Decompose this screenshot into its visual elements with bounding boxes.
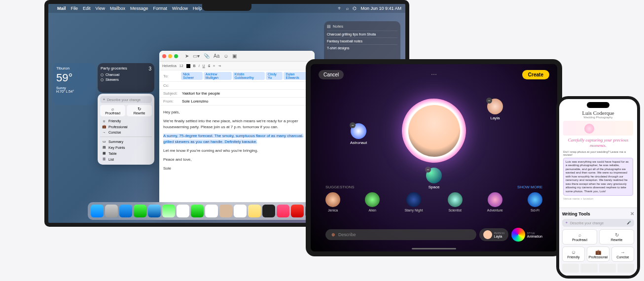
review-textarea[interactable]: Luis was everything we could have hoped … [563, 158, 633, 196]
concise-button[interactable]: →Concise [611, 246, 634, 262]
recipient-pill[interactable]: Cindy Yu [266, 72, 283, 80]
reminder-item[interactable]: Charcoal [101, 73, 151, 76]
summary-option[interactable]: ▭Summary [100, 139, 152, 144]
photo-icon[interactable]: ▣ [232, 53, 237, 59]
underline-button[interactable]: U [203, 64, 205, 68]
reminders-widget[interactable]: Party groceries 3 Charcoal Skewers [98, 63, 154, 93]
attach-icon[interactable]: 📎 [204, 53, 210, 59]
remove-icon[interactable]: − [486, 98, 492, 104]
control-center-icon[interactable]: ⌬ [353, 6, 357, 11]
concise-option[interactable]: →Concise [100, 130, 152, 135]
describe-input[interactable]: ✦Describe your change [100, 96, 152, 103]
minimize-button[interactable] [168, 54, 172, 58]
reminder-item[interactable]: Skewers [101, 78, 151, 81]
menu-edit[interactable]: Edit [83, 6, 91, 11]
show-more-button[interactable]: SHOW MORE [517, 185, 542, 189]
remove-icon[interactable]: − [350, 122, 356, 128]
launchpad-icon[interactable] [105, 205, 118, 217]
list-option[interactable]: ☰List [100, 156, 152, 162]
suggestion-scientist[interactable]: Scientist [448, 192, 463, 212]
plus-icon[interactable]: ⊕ [331, 232, 335, 237]
align-button[interactable]: ≡ [213, 64, 215, 68]
tv-icon[interactable] [262, 205, 275, 217]
proofread-button[interactable]: ⌕Proofread [562, 229, 597, 245]
app-name[interactable]: Mail [57, 6, 66, 11]
music-icon[interactable] [277, 205, 289, 217]
suggestion-jenica[interactable]: Jenica [325, 192, 340, 212]
orbit-astronaut[interactable]: − Astronaut [350, 123, 367, 145]
wifi-icon[interactable]: ᯤ [338, 6, 342, 11]
friendly-button[interactable]: ☺Friendly [562, 246, 585, 262]
subject-field[interactable]: Subject: Yakitori for the people [159, 90, 315, 98]
mail-icon[interactable] [148, 205, 161, 217]
calendar-icon[interactable] [205, 205, 218, 217]
safari-icon[interactable] [119, 205, 132, 217]
note-item[interactable]: T-shirt designs [327, 44, 397, 51]
notes-icon[interactable] [248, 205, 261, 217]
template-thumb[interactable] [580, 264, 597, 273]
photos-icon[interactable] [177, 205, 189, 217]
close-button[interactable] [162, 54, 166, 58]
cc-field[interactable]: Cc: [159, 82, 315, 90]
keypoints-option[interactable]: ▤Key Points [100, 144, 152, 150]
template-thumb[interactable] [617, 264, 634, 273]
template-thumb[interactable] [599, 264, 616, 273]
checkbox-icon[interactable] [101, 73, 104, 76]
color-swatch[interactable] [186, 64, 190, 68]
note-item[interactable]: Fantasy baseball notes [327, 37, 397, 44]
size-select[interactable]: 12 [179, 64, 183, 68]
maps-icon[interactable] [162, 205, 175, 217]
describe-input[interactable]: ⊕ Describe [325, 229, 476, 240]
menu-format[interactable]: Format [153, 6, 167, 11]
menu-mailbox[interactable]: Mailbox [110, 6, 125, 11]
mic-icon[interactable]: 🎤 [627, 221, 631, 225]
generated-image[interactable] [402, 99, 466, 163]
friendly-option[interactable]: ☺Friendly [100, 118, 152, 124]
rewrite-button[interactable]: ↻Rewrite [599, 229, 634, 245]
menu-help[interactable]: Help [193, 6, 202, 11]
send-icon[interactable]: ➤ [185, 53, 189, 59]
format-icon[interactable]: Aa [214, 53, 219, 59]
bold-button[interactable]: B [193, 64, 196, 68]
mail-body[interactable]: Hey pals, We're finally settled into the… [159, 105, 315, 178]
finder-icon[interactable] [91, 205, 104, 217]
recipient-pill[interactable]: Nick Scheer [181, 72, 203, 80]
header-icon[interactable]: ▭▾ [193, 53, 200, 59]
suggestion-alien[interactable]: Alien [365, 192, 380, 212]
cancel-button[interactable]: Cancel [319, 70, 344, 79]
messages-icon[interactable] [134, 205, 146, 217]
orbit-layla[interactable]: − Layla [487, 99, 503, 120]
titlebar[interactable]: ➤ ▭▾ 📎 Aa ☺ ▣ [159, 51, 315, 62]
menu-view[interactable]: View [96, 6, 105, 11]
note-item[interactable]: Charcoal grilling tips from Shota [327, 31, 397, 37]
recipient-pill[interactable]: Kristin Goldsworthy [233, 72, 265, 80]
menu-window[interactable]: Window [172, 6, 188, 11]
suggestion-scifi[interactable]: Sci-Fi [528, 192, 542, 212]
italic-button[interactable]: I [199, 64, 200, 68]
suggestion-adventure[interactable]: Adventure [487, 192, 503, 212]
style-selector[interactable]: STYLE Animation [511, 228, 542, 242]
reminders-icon[interactable] [234, 205, 247, 217]
weather-widget[interactable]: Tiburon 59° Sunny H:70° L:54° [53, 63, 95, 105]
close-icon[interactable]: ✕ [630, 211, 634, 216]
zoom-button[interactable] [174, 54, 178, 58]
from-field[interactable]: From: Sole Lorenzino [159, 98, 315, 105]
news-icon[interactable] [291, 205, 304, 217]
contacts-icon[interactable] [219, 205, 232, 217]
recipient-pill[interactable]: Andrew Mulligan [204, 72, 232, 80]
professional-button[interactable]: 💼Professional [587, 246, 609, 262]
proofread-button[interactable]: ⌕Proofread [100, 105, 125, 116]
template-thumb[interactable] [562, 264, 579, 273]
describe-input[interactable]: ✦ Describe your change 🎤 [562, 219, 634, 227]
professional-option[interactable]: 💼Professional [100, 124, 152, 130]
home-indicator[interactable] [412, 248, 456, 249]
menu-file[interactable]: File [71, 6, 78, 11]
font-select[interactable]: Helvetica [162, 64, 177, 68]
menu-message[interactable]: Message [130, 6, 148, 11]
more-icon[interactable]: ⋯ [431, 71, 437, 78]
to-field[interactable]: To: Nick Scheer Andrew Mulligan Kristin … [159, 70, 315, 82]
emoji-icon[interactable]: ☺ [223, 53, 228, 59]
remove-icon[interactable]: − [425, 167, 431, 173]
indent-button[interactable]: ⇥ [218, 64, 221, 68]
clock[interactable]: Mon Jun 10 9:41 AM [360, 6, 401, 11]
